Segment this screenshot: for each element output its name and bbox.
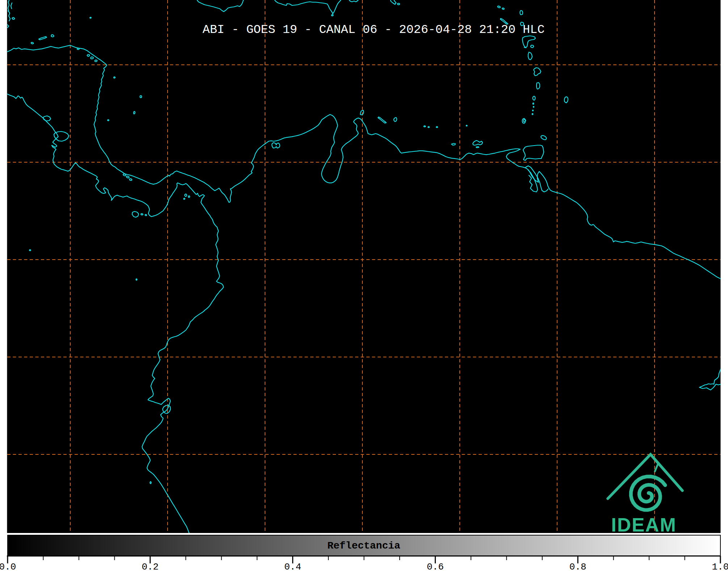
svg-text:0.8: 0.8 [569, 562, 586, 571]
svg-text:0.2: 0.2 [142, 562, 159, 571]
svg-text:0.4: 0.4 [284, 562, 301, 571]
svg-text:ABI - GOES 19 - CANAL 06 - 202: ABI - GOES 19 - CANAL 06 - 2026-04-28 21… [203, 23, 545, 37]
svg-text:IDEAM: IDEAM [611, 514, 677, 536]
svg-text:0.0: 0.0 [0, 562, 16, 571]
svg-text:1.0: 1.0 [712, 562, 728, 571]
svg-text:Reflectancia: Reflectancia [327, 540, 400, 551]
svg-text:0.6: 0.6 [427, 562, 444, 571]
